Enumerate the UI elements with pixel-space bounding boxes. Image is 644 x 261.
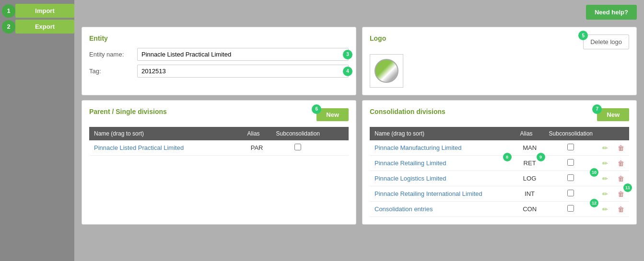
parent-new-button[interactable]: New <box>316 108 349 121</box>
con-col-subcon: Subconsolidation <box>544 127 597 140</box>
sidebar: 1 Import 2 Export <box>0 0 74 261</box>
top-panels-row: Entity Entity name: 3 Tag: 4 <box>82 27 637 95</box>
parent-table: Name (drag to sort) Alias Subconsolidati… <box>89 127 349 156</box>
entity-name-label: Entity name: <box>89 51 137 58</box>
entity-panel: Entity Entity name: 3 Tag: 4 <box>82 27 356 95</box>
con-row1-edit[interactable]: ✏ <box>597 140 613 156</box>
entity-name-input[interactable] <box>137 48 349 61</box>
con-row3-name: Pinnacle Logistics Limited <box>370 171 515 186</box>
con-row2-subcon <box>544 156 597 171</box>
badge-12: 12 <box>590 199 598 207</box>
con-row4-alias: INT <box>515 186 544 202</box>
con-row1-del[interactable]: 🗑 <box>613 140 629 156</box>
consolidation-panel-header: Consolidation divisions 7 New <box>370 108 629 121</box>
con-row1-name: Pinnacle Manufacturing Limited <box>370 140 515 156</box>
con-row2-name: Pinnacle Retailing Limited 8 <box>370 156 515 171</box>
table-row: Pinnacle Listed Practical Limited PAR <box>89 140 349 156</box>
delete-icon: 🗑 <box>618 144 624 152</box>
entity-title: Entity <box>89 34 349 42</box>
export-wrap: 2 Export <box>0 20 74 34</box>
edit-icon: ✏ <box>602 159 608 167</box>
entity-name-row: Entity name: 3 <box>89 48 349 61</box>
parent-new-wrap: 6 New <box>316 108 349 121</box>
con-row4-subcon <box>544 186 597 202</box>
parent-row-alias: PAR <box>243 140 271 156</box>
con-subcon-cb-4[interactable] <box>567 190 574 196</box>
import-wrap: 1 Import <box>0 4 74 18</box>
con-row5-alias: CON <box>515 202 544 217</box>
delete-icon: 🗑 <box>618 159 624 167</box>
con-row2-edit[interactable]: ✏ <box>597 156 613 171</box>
tag-row: Tag: 4 <box>89 65 349 78</box>
consolidation-title: Consolidation divisions <box>370 108 445 115</box>
con-row5-name: Consolidation entries <box>370 202 515 217</box>
parent-subcon-checkbox[interactable] <box>294 144 301 150</box>
import-button[interactable]: Import <box>15 4 74 18</box>
parent-title: Parent / Single divisions <box>89 108 167 115</box>
main-content: Need help? Entity Entity name: 3 Tag: <box>74 0 644 261</box>
con-subcon-cb-3[interactable] <box>567 174 574 181</box>
badge-6: 6 <box>312 104 321 114</box>
export-button[interactable]: Export <box>15 20 74 34</box>
edit-icon: ✏ <box>602 175 608 182</box>
delete-icon: 🗑 <box>618 175 624 182</box>
tag-label: Tag: <box>89 68 137 75</box>
delete-logo-wrap: 5 Delete logo <box>583 34 629 49</box>
logo-image-box <box>370 54 403 88</box>
edit-icon: ✏ <box>602 144 608 152</box>
logo-panel: Logo 5 Delete logo <box>362 27 637 95</box>
parent-row-subcon <box>271 140 325 156</box>
logo-image <box>375 59 398 83</box>
top-bar: Need help? <box>82 5 637 20</box>
export-badge: 2 <box>2 20 15 34</box>
table-row: Pinnacle Retailing Limited 8 RET 9 ✏ 🗑 <box>370 156 629 171</box>
con-row3-subcon: 10 <box>544 171 597 186</box>
parent-panel: Parent / Single divisions 6 New Name (dr… <box>82 100 356 225</box>
divisions-row: Parent / Single divisions 6 New Name (dr… <box>82 100 637 225</box>
edit-icon: ✏ <box>602 205 608 213</box>
consolidation-table: Name (drag to sort) Alias Subconsolidati… <box>370 127 629 217</box>
con-subcon-cb-1[interactable] <box>567 144 574 150</box>
con-row5-edit[interactable]: ✏ <box>597 202 613 217</box>
con-col-act1 <box>597 127 613 140</box>
con-row5-subcon: 12 <box>544 202 597 217</box>
edit-icon: ✏ <box>602 190 608 198</box>
con-row1-subcon <box>544 140 597 156</box>
badge-9: 9 <box>537 153 545 161</box>
badge-3: 3 <box>343 50 352 59</box>
table-row: Pinnacle Manufacturing Limited MAN ✏ 🗑 <box>370 140 629 156</box>
table-row: Pinnacle Logistics Limited LOG 10 ✏ 🗑 <box>370 171 629 186</box>
con-row4-edit[interactable]: ✏ <box>597 186 613 202</box>
delete-logo-button[interactable]: Delete logo <box>583 34 629 49</box>
consolidation-panel: Consolidation divisions 7 New Name (drag… <box>362 100 637 225</box>
tag-input[interactable] <box>137 65 349 78</box>
con-row4-name: Pinnacle Retailing International Limited <box>370 186 515 202</box>
logo-title: Logo <box>370 34 386 42</box>
con-subcon-cb-5[interactable] <box>567 205 574 212</box>
parent-col-alias: Alias <box>243 127 271 140</box>
parent-col-name: Name (drag to sort) <box>89 127 243 140</box>
con-row5-del[interactable]: 🗑 <box>613 202 629 217</box>
import-badge: 1 <box>2 4 15 18</box>
parent-panel-header: Parent / Single divisions 6 New <box>89 108 349 121</box>
badge-4: 4 <box>343 67 352 76</box>
con-row2-del[interactable]: 🗑 <box>613 156 629 171</box>
badge-10: 10 <box>590 168 598 177</box>
parent-col-subcon: Subconsolidation <box>271 127 325 140</box>
parent-col-act1 <box>325 127 337 140</box>
parent-row-edit <box>325 140 337 156</box>
logo-panel-header: Logo 5 Delete logo <box>370 34 629 49</box>
badge-8: 8 <box>503 153 512 161</box>
help-button[interactable]: Need help? <box>586 5 637 20</box>
table-row: Consolidation entries CON 12 ✏ 🗑 <box>370 202 629 217</box>
consolidation-new-wrap: 7 New <box>597 108 629 121</box>
con-col-name: Name (drag to sort) <box>370 127 515 140</box>
con-row3-edit[interactable]: ✏ <box>597 171 613 186</box>
con-row4-del[interactable]: 🗑 11 <box>613 186 629 202</box>
parent-col-act2 <box>337 127 349 140</box>
badge-7: 7 <box>592 104 602 114</box>
con-subcon-cb-2[interactable] <box>567 159 574 166</box>
con-row2-alias: RET 9 <box>515 156 544 171</box>
delete-icon: 🗑 <box>618 205 624 213</box>
consolidation-new-button[interactable]: New <box>597 108 629 121</box>
